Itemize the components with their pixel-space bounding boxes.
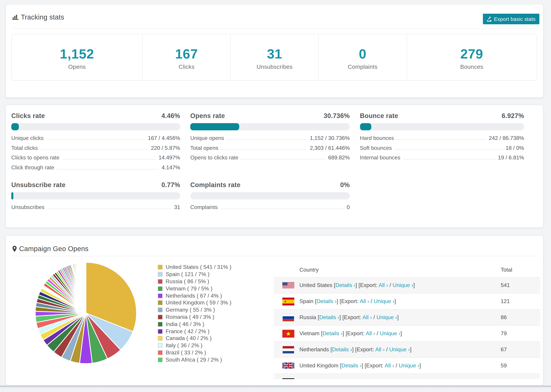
dotted-leader bbox=[403, 159, 495, 159]
table-row-es: Spain [Details ›] [Export: All › / Uniqu… bbox=[274, 293, 540, 309]
rate-title: Complaints rate bbox=[190, 182, 240, 189]
rate-row-label: Click through rate bbox=[11, 164, 54, 170]
bottom-background bbox=[0, 387, 551, 392]
rate-section-head: Clicks rate4.46% bbox=[11, 112, 180, 119]
header-divider bbox=[12, 28, 537, 28]
legend-swatch bbox=[158, 301, 162, 305]
us-flag-icon bbox=[282, 282, 294, 288]
country-cell: Vietnam [Details ›] [Export: All › / Uni… bbox=[299, 330, 402, 336]
country-cell: Netherlands [Details ›] [Export: All › /… bbox=[299, 347, 411, 353]
rate-title: Unsubscribe rate bbox=[11, 182, 65, 189]
rates-grid: Clicks rate4.46%Unique clicks167 / 4.456… bbox=[6, 105, 543, 214]
legend-item: Spain ( 121 / 7% ) bbox=[158, 271, 231, 278]
rate-progress-fill bbox=[360, 123, 371, 130]
stat-cell-complaints: 0Complaints bbox=[318, 34, 407, 80]
tracking-stats-header: Tracking stats Export basic stats bbox=[6, 4, 543, 28]
export-all-link[interactable]: All › bbox=[360, 298, 369, 304]
country-name: Russia bbox=[299, 314, 318, 320]
export-all-link[interactable]: All › bbox=[368, 379, 378, 379]
stat-label: Clicks bbox=[178, 64, 194, 70]
legend-item: Romania ( 49 / 3% ) bbox=[158, 314, 231, 321]
legend-label: Canada ( 40 / 2% ) bbox=[166, 335, 212, 342]
legend-label: Germany ( 55 / 3% ) bbox=[166, 307, 215, 313]
pie-slice[interactable] bbox=[85, 262, 86, 313]
table-row-gb: United Kingdom [Details ›] [Export: All … bbox=[274, 357, 540, 373]
table-row-de: Germany [Details ›] [Export: All › / Uni… bbox=[274, 373, 540, 379]
rate-row-label: Internal bounces bbox=[360, 155, 400, 161]
export-all-link[interactable]: All › bbox=[366, 330, 375, 336]
rate-value: 4.46% bbox=[161, 112, 180, 119]
rate-row-value: 242 / 86.738% bbox=[489, 135, 524, 141]
rate-progress-fill bbox=[190, 123, 239, 130]
details-link[interactable]: Details › bbox=[325, 379, 345, 379]
export-all-link[interactable]: All › bbox=[362, 314, 372, 320]
rate-row-label: Total clicks bbox=[11, 145, 38, 151]
rate-row-value: 167 / 4.456% bbox=[148, 135, 180, 141]
bar-chart-icon bbox=[12, 14, 19, 20]
rate-row-value: 31 bbox=[174, 204, 180, 210]
details-link[interactable]: Details › bbox=[332, 347, 352, 352]
export-unique-link[interactable]: Unique › bbox=[374, 298, 395, 304]
export-unique-link[interactable]: Unique › bbox=[376, 314, 397, 320]
dotted-leader bbox=[227, 140, 307, 140]
geo-opens-pie-chart[interactable] bbox=[35, 262, 137, 364]
details-link[interactable]: Details › bbox=[319, 314, 339, 320]
legend-swatch bbox=[158, 315, 162, 320]
stat-label: Bounces bbox=[460, 64, 483, 70]
legend-label: India ( 46 / 3% ) bbox=[166, 321, 204, 327]
rate-row-label: Unsubscribes bbox=[11, 204, 44, 210]
legend-label: Romania ( 49 / 3% ) bbox=[166, 314, 214, 320]
bottom-scroll-edge bbox=[0, 385, 551, 387]
legend-swatch bbox=[158, 336, 162, 341]
export-unique-link[interactable]: Unique › bbox=[380, 330, 400, 336]
country-total: 59 bbox=[501, 363, 507, 369]
export-all-link[interactable]: All › bbox=[375, 347, 385, 352]
details-link[interactable]: Details › bbox=[335, 282, 355, 288]
rate-row-value: 220 / 5.87% bbox=[151, 145, 180, 151]
details-link[interactable]: Details › bbox=[317, 298, 337, 304]
export-all-link[interactable]: All › bbox=[379, 282, 388, 288]
rate-row-label: Clicks to opens rate bbox=[11, 155, 59, 161]
rate-rows: Unique clicks167 / 4.456%Total clicks220… bbox=[11, 135, 180, 174]
dotted-leader bbox=[41, 149, 148, 150]
table-row-nl: Netherlands [Details ›] [Export: All › /… bbox=[274, 341, 540, 357]
rate-value: 0% bbox=[340, 182, 350, 189]
legend-item: Germany ( 55 / 3% ) bbox=[158, 307, 231, 314]
export-unique-link[interactable]: Unique › bbox=[382, 379, 403, 379]
export-unique-link[interactable]: Unique › bbox=[399, 363, 419, 368]
gb-flag-icon bbox=[282, 363, 294, 369]
stat-value: 0 bbox=[359, 47, 366, 62]
rate-section-head: Complaints rate0% bbox=[190, 182, 350, 189]
country-cell: United Kingdom [Details ›] [Export: All … bbox=[299, 363, 421, 369]
details-link[interactable]: Details › bbox=[323, 330, 343, 336]
rate-section-unsubscribe-rate: Unsubscribe rate0.77%Unsubscribes31 bbox=[11, 182, 180, 214]
export-unique-link[interactable]: Unique › bbox=[393, 282, 413, 288]
details-link[interactable]: Details › bbox=[342, 363, 361, 368]
export-unique-link[interactable]: Unique › bbox=[389, 347, 410, 352]
stat-label: Opens bbox=[68, 64, 86, 70]
legend-label: South Africa ( 29 / 2% ) bbox=[166, 357, 222, 363]
table-row-ru: Russia [Details ›] [Export: All › / Uniq… bbox=[274, 309, 540, 325]
rate-row: Total opens2,303 / 61.446% bbox=[190, 145, 350, 155]
export-basic-stats-button[interactable]: Export basic stats bbox=[483, 14, 539, 24]
export-button-label: Export basic stats bbox=[494, 16, 536, 22]
rate-progress-fill bbox=[11, 123, 19, 130]
country-total: 121 bbox=[501, 298, 510, 304]
rate-value: 0.77% bbox=[161, 182, 180, 189]
geo-table-body: United States [Details ›] [Export: All ›… bbox=[274, 277, 540, 379]
rate-row: Hard bounces242 / 86.738% bbox=[360, 135, 524, 145]
ru-flag-icon bbox=[282, 314, 294, 321]
rate-row-label: Complaints bbox=[190, 204, 218, 210]
stat-value: 279 bbox=[460, 47, 483, 62]
country-total: 79 bbox=[501, 330, 507, 336]
legend-label: Spain ( 121 / 7% ) bbox=[166, 271, 209, 277]
rate-row: Opens to clicks rate689.82% bbox=[190, 155, 350, 164]
rate-progress-track bbox=[190, 192, 350, 199]
geo-table: Country Total United States [Details ›] … bbox=[274, 261, 540, 379]
legend-swatch bbox=[158, 329, 162, 334]
legend-swatch bbox=[158, 357, 162, 362]
legend-swatch bbox=[158, 265, 162, 270]
rate-row-label: Unique opens bbox=[190, 135, 224, 141]
rate-row: Internal bounces19 / 6.81% bbox=[360, 155, 524, 164]
export-all-link[interactable]: All › bbox=[385, 363, 394, 368]
